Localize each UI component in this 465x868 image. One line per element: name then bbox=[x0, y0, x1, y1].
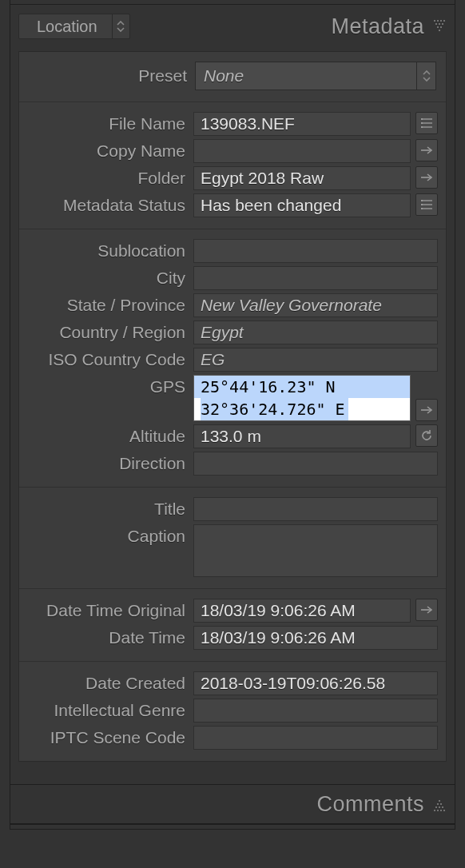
city-field[interactable] bbox=[193, 266, 438, 290]
caption-field[interactable] bbox=[193, 524, 438, 577]
genre-label: Intellectual Genre bbox=[27, 699, 193, 723]
date-created-field[interactable]: 2018-03-19T09:06:26.58 bbox=[193, 671, 438, 695]
title-label: Title bbox=[27, 497, 193, 521]
svg-point-35 bbox=[439, 800, 440, 802]
svg-point-8 bbox=[440, 26, 442, 28]
svg-point-4 bbox=[435, 23, 437, 25]
gps-field[interactable]: 25°44'16.23" N 32°36'24.726" E bbox=[193, 375, 411, 421]
list-icon[interactable] bbox=[415, 193, 438, 216]
svg-point-31 bbox=[439, 806, 440, 808]
copy-name-field[interactable] bbox=[193, 139, 411, 163]
expand-icon[interactable] bbox=[432, 795, 447, 814]
metadata-body: Preset None File Name 139083.NEF bbox=[18, 51, 447, 762]
date-created-label: Date Created bbox=[27, 671, 193, 695]
comments-panel-header: Comments bbox=[10, 784, 455, 824]
svg-point-33 bbox=[437, 803, 439, 805]
svg-point-30 bbox=[435, 806, 437, 808]
svg-point-3 bbox=[443, 20, 445, 22]
svg-rect-23 bbox=[421, 208, 423, 209]
gps-lon: 32°36'24.726" E bbox=[201, 398, 348, 420]
metadata-status-field[interactable]: Has been changed bbox=[193, 193, 411, 217]
svg-point-2 bbox=[440, 20, 442, 22]
dt-orig-field[interactable]: 18/03/19 9:06:26 AM bbox=[193, 599, 411, 623]
svg-point-7 bbox=[437, 26, 439, 28]
goto-icon[interactable] bbox=[415, 139, 438, 161]
state-field[interactable]: New Valley Governorate bbox=[193, 293, 438, 317]
file-name-label: File Name bbox=[27, 112, 193, 136]
svg-point-1 bbox=[437, 20, 439, 22]
title-field[interactable] bbox=[193, 497, 438, 521]
stepper-icon[interactable] bbox=[416, 62, 435, 90]
iso-field[interactable]: EG bbox=[193, 348, 438, 372]
file-name-field[interactable]: 139083.NEF bbox=[193, 112, 411, 136]
svg-point-32 bbox=[442, 806, 443, 808]
svg-point-0 bbox=[434, 20, 435, 22]
gps-lat: 25°44'16.23" N bbox=[201, 377, 336, 396]
svg-point-27 bbox=[437, 810, 439, 811]
country-field[interactable]: Egypt bbox=[193, 321, 438, 344]
metadata-status-label: Metadata Status bbox=[27, 193, 193, 217]
description-group: Title Caption bbox=[19, 488, 446, 589]
preset-label: Preset bbox=[29, 62, 195, 90]
folder-label: Folder bbox=[27, 166, 193, 190]
comments-title[interactable]: Comments bbox=[316, 792, 424, 817]
metadata-set-selector[interactable]: Location bbox=[18, 14, 130, 39]
iptc-group: Date Created 2018-03-19T09:06:26.58 Inte… bbox=[19, 662, 446, 761]
preset-dropdown[interactable]: None bbox=[195, 62, 436, 90]
gps-label: GPS bbox=[27, 375, 193, 399]
svg-point-5 bbox=[439, 23, 440, 25]
scene-label: IPTC Scene Code bbox=[27, 726, 193, 750]
datetime-group: Date Time Original 18/03/19 9:06:26 AM D… bbox=[19, 589, 446, 662]
sublocation-label: Sublocation bbox=[27, 239, 193, 263]
goto-icon[interactable] bbox=[415, 166, 438, 189]
goto-icon[interactable] bbox=[415, 399, 438, 421]
dt-field[interactable]: 18/03/19 9:06:26 AM bbox=[193, 626, 438, 650]
city-label: City bbox=[27, 266, 193, 290]
svg-rect-22 bbox=[421, 204, 423, 205]
sublocation-field[interactable] bbox=[193, 239, 438, 263]
country-label: Country / Region bbox=[27, 321, 193, 344]
genre-field[interactable] bbox=[193, 699, 438, 723]
preset-value: None bbox=[196, 66, 416, 86]
direction-field[interactable] bbox=[193, 452, 438, 476]
altitude-label: Altitude bbox=[27, 424, 193, 448]
svg-point-29 bbox=[443, 810, 445, 811]
svg-rect-15 bbox=[421, 126, 423, 128]
svg-point-26 bbox=[434, 810, 435, 811]
svg-rect-14 bbox=[421, 122, 423, 124]
metadata-set-label: Location bbox=[19, 14, 112, 39]
iso-label: ISO Country Code bbox=[27, 348, 193, 372]
scene-field[interactable] bbox=[193, 726, 438, 750]
dt-label: Date Time bbox=[27, 626, 193, 650]
svg-rect-13 bbox=[421, 118, 423, 120]
goto-icon[interactable] bbox=[415, 599, 438, 621]
folder-field[interactable]: Egypt 2018 Raw bbox=[193, 166, 411, 190]
location-group: Sublocation City State / Province New Va… bbox=[19, 229, 446, 488]
stepper-icon[interactable] bbox=[112, 14, 129, 39]
metadata-panel-header: Location Metadata bbox=[10, 5, 455, 48]
file-group: File Name 139083.NEF Copy Name bbox=[19, 102, 446, 229]
panel-bottom-edge bbox=[10, 824, 455, 829]
altitude-field[interactable]: 133.0 m bbox=[193, 424, 411, 448]
direction-label: Direction bbox=[27, 452, 193, 476]
svg-point-9 bbox=[439, 30, 440, 31]
list-icon[interactable] bbox=[415, 112, 438, 134]
svg-point-34 bbox=[440, 803, 442, 805]
svg-point-6 bbox=[442, 23, 443, 25]
svg-rect-21 bbox=[421, 200, 423, 201]
metadata-panel: Location Metadata Preset None bbox=[10, 0, 455, 830]
metadata-filter-icon[interactable] bbox=[432, 18, 447, 36]
panel-title[interactable]: Metadata bbox=[331, 14, 424, 39]
state-label: State / Province bbox=[27, 293, 193, 317]
preset-row: Preset None bbox=[19, 52, 446, 102]
caption-label: Caption bbox=[27, 524, 193, 548]
copy-name-label: Copy Name bbox=[27, 139, 193, 163]
refresh-icon[interactable] bbox=[415, 424, 438, 447]
dt-orig-label: Date Time Original bbox=[27, 599, 193, 623]
svg-point-28 bbox=[440, 810, 442, 811]
